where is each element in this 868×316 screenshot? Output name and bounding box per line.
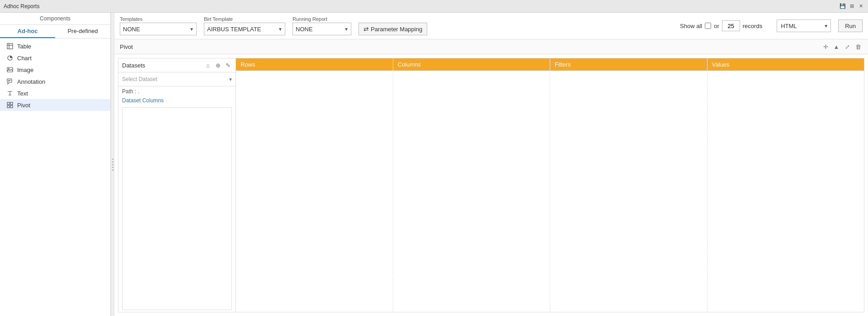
pivot-col-rows-body	[236, 71, 393, 312]
birt-template-select[interactable]: AIRBUS TEMPLATE	[204, 23, 285, 35]
running-report-select[interactable]: NONE	[292, 23, 351, 35]
pivot-col-columns: Columns	[393, 58, 551, 312]
table-icon	[6, 43, 14, 50]
datasets-edit-icon[interactable]: ✎	[224, 61, 232, 69]
datasets-icons: ⌂ ⊕ ✎	[204, 61, 232, 69]
dataset-columns-label: Dataset Columns	[118, 96, 236, 105]
sidebar-header: Components	[0, 13, 110, 25]
pivot-delete-icon[interactable]: 🗑	[854, 42, 863, 51]
birt-template-group: Birt Template AIRBUS TEMPLATE ▼	[204, 16, 285, 35]
sidebar-items: Table Chart	[0, 38, 110, 113]
sidebar-item-image-label: Image	[17, 67, 33, 73]
datasets-header: Datasets ⌂ ⊕ ✎	[118, 58, 236, 72]
svg-rect-11	[7, 105, 9, 108]
resize-dot-5	[112, 169, 113, 171]
datasets-title: Datasets	[122, 62, 145, 69]
dataset-select[interactable]: Select Dataset	[118, 72, 236, 86]
chart-icon	[6, 54, 14, 62]
format-select[interactable]: HTML PDF Excel	[777, 19, 831, 32]
dataset-columns-box	[122, 107, 232, 310]
pivot-header: Pivot ✛ ▲ ⤢ 🗑	[114, 39, 868, 54]
datasets-panel: Datasets ⌂ ⊕ ✎ Select Dataset ▼ Path	[118, 58, 236, 312]
pivot-icon	[6, 101, 14, 109]
pivot-col-filters-body	[550, 71, 707, 312]
pivot-col-filters-header: Filters	[550, 58, 707, 71]
title-bar: Adhoc Reports 💾 ⊞ ✕	[0, 0, 868, 13]
pivot-col-values-body	[708, 71, 864, 312]
main-layout: Components Ad-hoc Pre-defined Table	[0, 13, 868, 316]
svg-rect-12	[10, 105, 13, 108]
svg-rect-10	[10, 102, 13, 105]
resize-dot-2	[112, 161, 113, 163]
sidebar-item-image[interactable]: Image	[0, 64, 110, 76]
pivot-add-icon[interactable]: ✛	[821, 42, 830, 51]
run-button[interactable]: Run	[838, 19, 863, 32]
pivot-columns-area: Rows Columns Filters Values	[236, 58, 864, 312]
templates-select[interactable]: NONE	[120, 23, 197, 35]
sidebar-item-table[interactable]: Table	[0, 40, 110, 52]
sidebar-tabs: Ad-hoc Pre-defined	[0, 25, 110, 38]
text-icon	[6, 90, 14, 97]
pivot-col-columns-body	[393, 71, 550, 312]
resize-dot-3	[112, 164, 113, 165]
templates-group: Templates NONE ▼	[120, 16, 197, 35]
datasets-add-icon[interactable]: ⊕	[214, 61, 222, 69]
sidebar-item-text-label: Text	[17, 90, 28, 97]
sidebar-item-pivot[interactable]: Pivot	[0, 99, 110, 111]
save-icon[interactable]: 💾	[839, 3, 846, 10]
sidebar: Components Ad-hoc Pre-defined Table	[0, 13, 111, 316]
sidebar-resize-handle[interactable]	[111, 13, 114, 316]
pivot-col-rows-header: Rows	[236, 58, 393, 71]
sidebar-item-text[interactable]: Text	[0, 87, 110, 99]
sidebar-item-chart[interactable]: Chart	[0, 52, 110, 64]
running-report-label: Running Report	[292, 16, 351, 22]
parameter-mapping-label: Parameter Mapping	[371, 26, 422, 33]
title-bar-icons: 💾 ⊞ ✕	[839, 3, 864, 10]
running-report-group: Running Report NONE ▼	[292, 16, 351, 35]
sidebar-item-pivot-label: Pivot	[17, 102, 30, 109]
resize-dot-1	[112, 158, 113, 160]
pivot-content: Datasets ⌂ ⊕ ✎ Select Dataset ▼ Path	[118, 58, 864, 312]
show-all-checkbox[interactable]	[705, 23, 711, 29]
datasets-home-icon[interactable]: ⌂	[204, 61, 212, 69]
tab-adhoc[interactable]: Ad-hoc	[0, 25, 55, 38]
resize-dot-4	[112, 167, 113, 168]
content-area: Templates NONE ▼ Birt Template AIRBUS TE…	[114, 13, 868, 316]
pivot-col-values-header: Values	[708, 58, 864, 71]
records-input[interactable]	[722, 20, 740, 31]
svg-rect-6	[7, 79, 12, 82]
close-icon[interactable]: ✕	[857, 3, 864, 10]
svg-point-5	[9, 68, 9, 69]
birt-template-label: Birt Template	[204, 16, 285, 22]
tab-predefined[interactable]: Pre-defined	[55, 25, 110, 38]
annotation-icon	[6, 78, 14, 85]
parameter-mapping-icon: ⇄	[363, 25, 369, 33]
svg-rect-0	[7, 43, 13, 49]
pivot-up-icon[interactable]: ▲	[832, 42, 841, 51]
pivot-col-columns-header: Columns	[393, 58, 550, 71]
running-report-select-wrapper: NONE ▼	[292, 23, 351, 35]
svg-rect-9	[7, 102, 9, 105]
app-title: Adhoc Reports	[4, 3, 39, 10]
grid-icon[interactable]: ⊞	[848, 3, 855, 10]
or-label: or	[714, 23, 719, 29]
parameter-mapping-button[interactable]: ⇄ Parameter Mapping	[359, 23, 427, 35]
sidebar-item-annotation[interactable]: Annotation	[0, 76, 110, 87]
pivot-resize-icon[interactable]: ⤢	[843, 42, 852, 51]
birt-template-select-wrapper: AIRBUS TEMPLATE ▼	[204, 23, 285, 35]
pivot-col-filters: Filters	[550, 58, 708, 312]
sidebar-item-table-label: Table	[17, 43, 31, 50]
pivot-col-values: Values	[708, 58, 864, 312]
image-icon	[6, 66, 14, 73]
pivot-col-rows: Rows	[236, 58, 393, 312]
templates-label: Templates	[120, 16, 197, 22]
toolbar: Templates NONE ▼ Birt Template AIRBUS TE…	[114, 13, 868, 39]
pivot-area: Pivot ✛ ▲ ⤢ 🗑 Datasets ⌂ ⊕	[114, 39, 868, 316]
dataset-select-wrapper: Select Dataset ▼	[118, 72, 236, 86]
pivot-title: Pivot	[120, 43, 133, 50]
sidebar-item-annotation-label: Annotation	[17, 78, 45, 85]
show-all-label: Show all	[680, 23, 702, 29]
pivot-actions: ✛ ▲ ⤢ 🗑	[821, 42, 863, 51]
records-label: records	[743, 23, 762, 29]
templates-select-wrapper: NONE ▼	[120, 23, 197, 35]
